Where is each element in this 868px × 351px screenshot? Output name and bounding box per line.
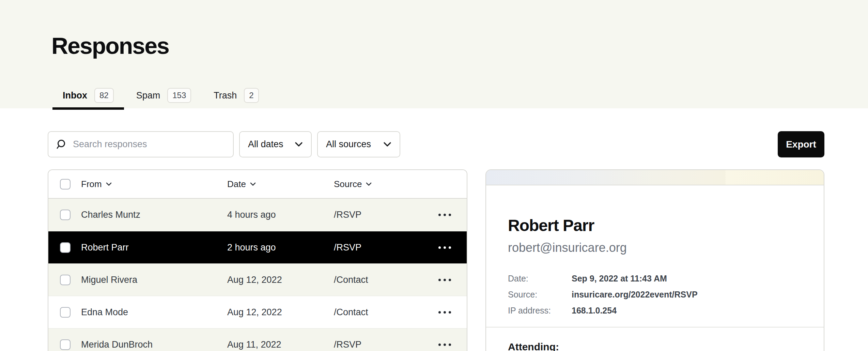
row-from: Charles Muntz	[81, 210, 227, 220]
table-header-row: From Date Source	[48, 170, 467, 199]
toolbar: All dates All sources Export	[0, 131, 868, 157]
field-label-date: Date:	[508, 274, 572, 283]
row-from: Edna Mode	[81, 307, 227, 318]
row-date: Aug 11, 2022	[227, 339, 334, 350]
ellipsis-icon	[438, 279, 441, 281]
table-row[interactable]: Edna Mode Aug 12, 2022 /Contact	[48, 296, 467, 328]
row-checkbox[interactable]	[60, 307, 71, 318]
row-checkbox[interactable]	[60, 210, 71, 220]
search-box[interactable]	[48, 131, 234, 157]
detail-fields: Date: Sep 9, 2022 at 11:43 AM Source: in…	[508, 274, 802, 315]
row-source: /Contact	[334, 307, 422, 318]
table-row[interactable]: Merida DunBroch Aug 11, 2022 /RSVP	[48, 328, 467, 351]
detail-divider	[486, 327, 824, 327]
row-from: Merida DunBroch	[81, 339, 227, 350]
row-from: Miguel Rivera	[81, 275, 227, 285]
row-date: Aug 12, 2022	[227, 275, 334, 285]
table-row[interactable]: Charles Muntz 4 hours ago /RSVP	[48, 199, 467, 231]
row-date: 4 hours ago	[227, 210, 334, 220]
column-header-from[interactable]: From	[81, 179, 227, 189]
search-input[interactable]	[73, 139, 226, 150]
select-all-checkbox[interactable]	[60, 179, 71, 189]
tab-label: Trash	[214, 90, 237, 101]
field-label-ip: IP address:	[508, 306, 572, 315]
detail-header-gradient	[486, 170, 824, 185]
row-source: /Contact	[334, 275, 422, 285]
tab-spam[interactable]: Spam 153	[126, 82, 202, 108]
row-from: Robert Parr	[81, 242, 227, 253]
row-checkbox[interactable]	[60, 339, 71, 350]
row-menu-button[interactable]	[435, 243, 454, 252]
tab-label: Inbox	[63, 90, 87, 101]
table-row[interactable]: Miguel Rivera Aug 12, 2022 /Contact	[48, 263, 467, 296]
source-filter-value: All sources	[326, 139, 371, 150]
tab-label: Spam	[136, 90, 160, 101]
tab-count-badge: 153	[167, 88, 191, 103]
column-header-source[interactable]: Source	[334, 179, 422, 189]
tab-trash[interactable]: Trash 2	[203, 82, 269, 108]
source-filter-select[interactable]: All sources	[317, 131, 400, 157]
table-row[interactable]: Robert Parr 2 hours ago /RSVP	[48, 231, 467, 263]
row-source: /RSVP	[334, 210, 422, 220]
chevron-down-icon	[106, 182, 112, 186]
responses-table: From Date Source Charles Muntz 4 hours a…	[48, 169, 467, 351]
tab-bar: Inbox 82 Spam 153 Trash 2	[52, 82, 269, 108]
column-header-date[interactable]: Date	[227, 179, 334, 189]
tab-count-badge: 2	[244, 88, 259, 103]
search-icon	[55, 139, 67, 150]
tab-inbox[interactable]: Inbox 82	[52, 82, 124, 108]
date-filter-select[interactable]: All dates	[239, 131, 312, 157]
ellipsis-icon	[438, 246, 441, 249]
row-source: /RSVP	[334, 339, 422, 350]
detail-name: Robert Parr	[508, 216, 802, 235]
ellipsis-icon	[438, 344, 441, 346]
export-button[interactable]: Export	[778, 131, 824, 157]
field-value-source: insuricare.org/2022event/RSVP	[572, 290, 698, 299]
field-value-date: Sep 9, 2022 at 11:43 AM	[572, 274, 667, 283]
ellipsis-icon	[438, 311, 441, 314]
page-header: Responses Inbox 82 Spam 153 Trash 2	[0, 0, 868, 108]
row-date: Aug 12, 2022	[227, 307, 334, 318]
row-menu-button[interactable]	[435, 308, 454, 317]
chevron-down-icon	[250, 182, 256, 186]
detail-email: robert@insuricare.org	[508, 240, 802, 255]
tab-count-badge: 82	[94, 88, 114, 103]
attending-heading: Attending:	[508, 341, 802, 351]
row-menu-button[interactable]	[435, 210, 454, 219]
field-value-ip: 168.1.0.254	[572, 306, 617, 315]
detail-panel: Robert Parr robert@insuricare.org Date: …	[485, 169, 824, 351]
field-label-source: Source:	[508, 290, 572, 299]
row-menu-button[interactable]	[435, 340, 454, 349]
row-checkbox[interactable]	[60, 275, 71, 285]
responses-page: Responses Inbox 82 Spam 153 Trash 2	[0, 0, 868, 351]
date-filter-value: All dates	[248, 139, 283, 150]
ellipsis-icon	[438, 214, 441, 216]
chevron-down-icon	[366, 182, 372, 186]
page-title: Responses	[51, 34, 169, 57]
row-checkbox[interactable]	[60, 242, 71, 253]
row-date: 2 hours ago	[227, 242, 334, 253]
row-source: /RSVP	[334, 242, 422, 253]
row-menu-button[interactable]	[435, 275, 454, 285]
chevron-down-icon	[383, 142, 391, 147]
chevron-down-icon	[295, 142, 303, 147]
